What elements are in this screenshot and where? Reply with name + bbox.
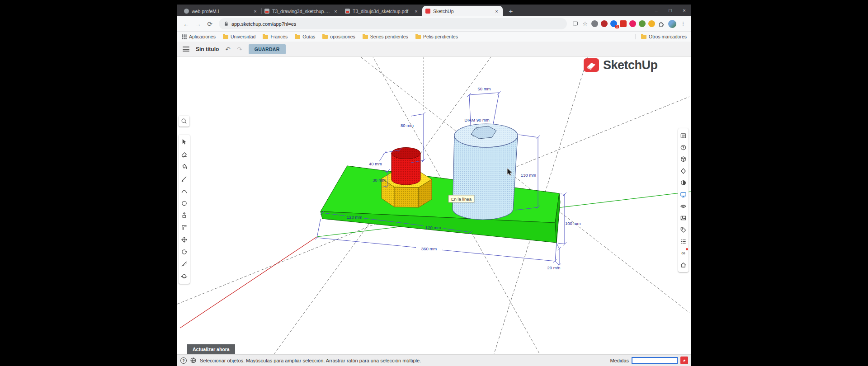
minimize-button[interactable]: – [649, 5, 663, 16]
save-button[interactable]: GUARDAR [249, 44, 286, 54]
dimension-label[interactable]: 20 mm [547, 265, 560, 270]
dimension-label[interactable]: 30 mm [373, 178, 386, 183]
extension-icon-7[interactable] [648, 20, 655, 27]
extension-icon-4[interactable] [620, 20, 627, 27]
hamburger-menu-icon[interactable] [183, 47, 189, 52]
folder-icon [295, 35, 300, 39]
display-panel-icon[interactable] [678, 188, 689, 200]
bookmark-folder-series[interactable]: Series pendientes [363, 34, 408, 39]
close-window-button[interactable]: × [677, 5, 691, 16]
small-red-cylinder[interactable] [392, 148, 420, 185]
update-now-button[interactable]: Actualizar ahora [187, 344, 235, 354]
search-tool-icon[interactable] [179, 116, 189, 127]
dimension-label[interactable]: 80 mm [401, 123, 414, 128]
bookmark-label: Francés [270, 34, 288, 39]
close-tab-icon[interactable]: × [494, 9, 500, 14]
extension-icon-3[interactable]: 1 [610, 20, 617, 27]
3d-scene[interactable]: 50 mm 80 mm DIAM 90 mm 40 mm 30 mm 130 m… [177, 57, 691, 354]
dimension-label[interactable]: 120 mm [425, 225, 441, 230]
offset-tool-icon[interactable] [179, 221, 190, 234]
views-panel-icon[interactable] [678, 200, 689, 212]
send-to-device-icon[interactable] [571, 19, 580, 28]
sketchup-logo: SketchUp [583, 58, 658, 72]
eraser-tool-icon[interactable] [179, 148, 190, 160]
entity-info-panel-icon[interactable] [678, 130, 689, 141]
help-icon[interactable]: ? [180, 357, 187, 364]
tape-measure-tool-icon[interactable] [179, 258, 190, 270]
tags-panel-icon[interactable] [678, 224, 689, 235]
paint-tool-icon[interactable] [179, 160, 190, 173]
red-cylinder-top-face[interactable] [392, 148, 420, 159]
globe-language-icon[interactable] [190, 357, 197, 364]
tab-pdf-drawing3d[interactable]: T3_drawing3d_sketchup.pdf × [261, 6, 342, 16]
bookmark-folder-universidad[interactable]: Universidad [223, 34, 255, 39]
reload-button[interactable]: ⟳ [204, 19, 215, 29]
new-tab-button[interactable]: + [505, 6, 516, 16]
extension-icon-5[interactable] [629, 20, 636, 27]
sketchup-logo-icon [583, 58, 599, 72]
dimension-label[interactable]: 120 mm [347, 215, 362, 220]
chrome-menu-icon[interactable]: ⋮ [679, 19, 688, 28]
globe-favicon-icon [184, 9, 189, 14]
status-message: Seleccionar objetos. Mayúsculas para amp… [200, 358, 421, 363]
tab-web-profem[interactable]: web profeM.I × [181, 6, 261, 16]
undo-button[interactable]: ↶ [225, 46, 231, 53]
redo-button[interactable]: ↷ [237, 46, 242, 53]
warehouse-panel-icon[interactable] [678, 259, 689, 271]
soften-edges-panel-icon[interactable]: ∞ [678, 247, 689, 259]
hex-nut-front-face[interactable] [394, 187, 419, 207]
extension-icon-2[interactable] [601, 20, 608, 27]
drawing-canvas[interactable]: 50 mm 80 mm DIAM 90 mm 40 mm 30 mm 130 m… [177, 57, 691, 354]
measurements-input[interactable] [632, 357, 678, 364]
folder-icon [415, 35, 421, 39]
maximize-button[interactable]: □ [663, 5, 677, 16]
rotate-tool-icon[interactable] [179, 246, 190, 258]
forward-button[interactable]: → [193, 19, 203, 29]
close-tab-icon[interactable]: × [413, 9, 419, 14]
bookmark-label: Pelis pendientes [423, 34, 458, 39]
components-panel-icon[interactable] [678, 153, 689, 165]
bookmark-folder-pelis[interactable]: Pelis pendientes [415, 34, 458, 39]
extension-icon-1[interactable] [591, 20, 598, 27]
pdf-favicon-icon [345, 9, 350, 14]
dimension-label[interactable]: 50 mm [477, 86, 491, 91]
folder-icon [223, 35, 228, 39]
outliner-panel-icon[interactable] [678, 235, 689, 247]
bookmark-folder-frances[interactable]: Francés [263, 34, 288, 39]
back-button[interactable]: ← [181, 19, 192, 29]
scenes-panel-icon[interactable] [678, 212, 689, 224]
styles-panel-icon[interactable] [678, 177, 689, 188]
instructor-panel-icon[interactable] [678, 141, 689, 153]
materials-panel-icon[interactable] [678, 165, 689, 177]
dimension-label[interactable]: DIAM 90 mm [464, 117, 490, 122]
move-tool-icon[interactable] [179, 234, 190, 246]
large-cylinder-body[interactable] [453, 136, 518, 220]
dimension-label[interactable]: 40 mm [369, 161, 382, 166]
feedback-icon[interactable] [680, 357, 688, 364]
dimension-label[interactable]: 130 mm [521, 173, 536, 178]
other-bookmarks[interactable]: Otros marcadores [635, 34, 687, 39]
dimension-label[interactable]: 360 mm [421, 246, 437, 251]
tab-title: SketchUp [433, 9, 491, 14]
folder-icon [322, 35, 328, 39]
close-tab-icon[interactable]: × [252, 9, 258, 14]
red-axis[interactable] [180, 237, 317, 328]
extension-icon-6[interactable] [639, 20, 646, 27]
line-tool-icon[interactable] [179, 173, 190, 185]
bookmark-star-icon[interactable]: ☆ [580, 19, 590, 28]
arc-tool-icon[interactable] [179, 185, 190, 197]
orbit-tool-icon[interactable] [179, 270, 190, 282]
close-tab-icon[interactable]: × [333, 9, 339, 14]
shapes-tool-icon[interactable] [179, 197, 190, 209]
apps-shortcut[interactable]: Aplicaciones [182, 34, 216, 39]
bookmark-folder-guias[interactable]: Guías [295, 34, 315, 39]
dimension-label[interactable]: 100 mm [565, 221, 580, 226]
select-tool-icon[interactable] [179, 136, 190, 148]
address-bar[interactable]: app.sketchup.com/app?hl=es [219, 18, 567, 29]
puzzle-extensions-icon[interactable] [657, 19, 666, 28]
bookmark-folder-oposiciones[interactable]: oposiciones [322, 34, 355, 39]
tab-sketchup-active[interactable]: SketchUp × [422, 6, 503, 16]
pushpull-tool-icon[interactable] [179, 209, 190, 221]
tab-pdf-dibujo3d[interactable]: T3_dibujo3d_sketchup.pdf × [342, 6, 422, 16]
profile-avatar[interactable] [668, 20, 676, 28]
